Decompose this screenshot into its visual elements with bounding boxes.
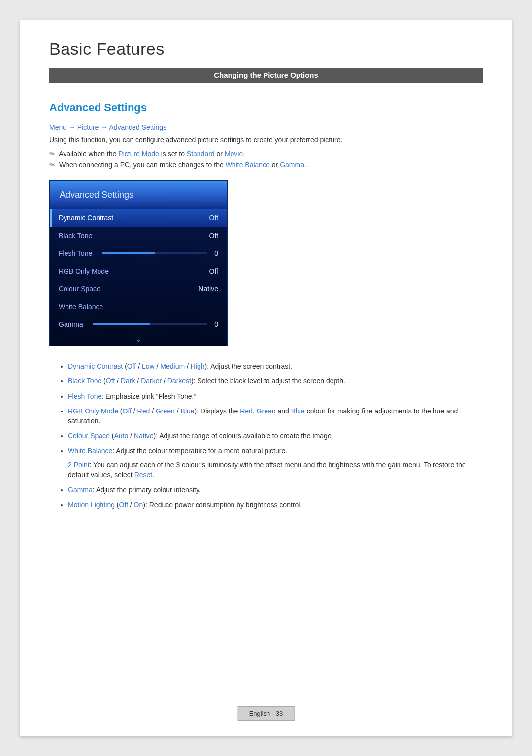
- section-heading: Advanced Settings: [49, 102, 483, 114]
- panel-row-black-tone[interactable]: Black Tone Off: [50, 227, 227, 244]
- breadcrumb-menu: Menu: [49, 123, 66, 131]
- note-strong: Picture Mode: [118, 150, 159, 158]
- note-2: ✎ When connecting a PC, you can make cha…: [49, 161, 483, 169]
- note-text: Available when the: [59, 150, 118, 158]
- row-slider[interactable]: [102, 252, 207, 254]
- note-text: When connecting a PC, you can make chang…: [59, 161, 226, 169]
- setting-name: Motion Lighting: [68, 501, 115, 509]
- row-value: Off: [209, 267, 218, 275]
- desc: : Displays the: [197, 407, 240, 415]
- opt: Green: [257, 407, 276, 415]
- row-label: White Balance: [59, 303, 103, 310]
- list-item: Black Tone (Off / Dark / Darker / Darkes…: [68, 376, 483, 386]
- panel-row-dynamic-contrast[interactable]: Dynamic Contrast Off: [50, 209, 227, 227]
- chevron-down-icon[interactable]: ⌄: [135, 335, 141, 343]
- breadcrumb-picture: Picture: [77, 123, 99, 131]
- desc: : Emphasize pink “Flesh Tone.”: [101, 392, 196, 400]
- note-strong: Movie: [225, 150, 243, 158]
- row-value: Off: [209, 232, 218, 240]
- details-list: Dynamic Contrast (Off / Low / Medium / H…: [49, 361, 483, 510]
- settings-panel: Advanced Settings Dynamic Contrast Off B…: [49, 180, 228, 346]
- breadcrumb-arrow: →: [99, 123, 109, 131]
- desc: : Adjust the screen contrast.: [207, 362, 292, 370]
- opt: Red: [240, 407, 253, 415]
- note-text: or: [215, 150, 225, 158]
- list-item: Colour Space (Auto / Native): Adjust the…: [68, 431, 483, 441]
- opt: Off: [119, 501, 128, 509]
- row-label: Dynamic Contrast: [59, 214, 113, 222]
- note-strong: Standard: [187, 150, 215, 158]
- desc: : Select the black level to adjust the s…: [194, 377, 345, 385]
- note-text: is set to: [159, 150, 187, 158]
- row-slider[interactable]: [93, 323, 207, 325]
- row-label: Black Tone: [59, 232, 92, 240]
- desc: ,: [253, 407, 257, 415]
- list-item: RGB Only Mode (Off / Red / Green / Blue)…: [68, 406, 483, 426]
- setting-name: Colour Space: [68, 432, 110, 440]
- opt: Low: [142, 362, 155, 370]
- panel-title: Advanced Settings: [50, 181, 227, 209]
- note-1: ✎ Available when the Picture Mode is set…: [49, 150, 483, 158]
- setting-name: Flesh Tone: [68, 392, 101, 400]
- opt: High: [191, 362, 205, 370]
- breadcrumb-arrow: →: [66, 123, 77, 131]
- row-label: Colour Space: [59, 285, 100, 293]
- setting-name: Gamma: [68, 486, 93, 494]
- desc: : Adjust the range of colours available …: [156, 432, 333, 440]
- panel-row-flesh-tone[interactable]: Flesh Tone 0: [50, 244, 227, 262]
- row-value: 0: [214, 249, 218, 257]
- row-label: RGB Only Mode: [59, 267, 109, 275]
- desc: : Adjust the primary colour intensity.: [93, 486, 201, 494]
- desc: and: [276, 407, 291, 415]
- opt: Native: [134, 432, 154, 440]
- sub-name: 2 Point: [68, 461, 90, 469]
- note-icon: ✎: [48, 160, 57, 169]
- opt: Darker: [141, 377, 162, 385]
- opt: Off: [123, 407, 132, 415]
- panel-row-gamma[interactable]: Gamma 0: [50, 315, 227, 333]
- list-item: White Balance: Adjust the colour tempera…: [68, 446, 483, 480]
- opt: Blue: [181, 407, 195, 415]
- page-footer: English - 33: [238, 706, 295, 721]
- note-text: .: [243, 150, 245, 158]
- note-strong: Gamma: [280, 161, 304, 169]
- row-value: Native: [199, 285, 218, 293]
- panel-row-white-balance[interactable]: White Balance: [50, 298, 227, 315]
- setting-name: RGB Only Mode: [68, 407, 118, 415]
- page: Basic Features Changing the Picture Opti…: [20, 20, 512, 736]
- opt: Reset: [134, 471, 153, 479]
- row-label: Gamma: [59, 320, 83, 328]
- panel-row-rgb-only[interactable]: RGB Only Mode Off: [50, 262, 227, 280]
- list-item: Gamma: Adjust the primary colour intensi…: [68, 485, 483, 495]
- panel-row-colour-space[interactable]: Colour Space Native: [50, 280, 227, 298]
- desc: : Reduce power consumption by brightness…: [145, 501, 302, 509]
- page-title: Basic Features: [49, 39, 483, 59]
- opt: On: [134, 501, 143, 509]
- note-strong: White Balance: [226, 161, 270, 169]
- setting-name: Dynamic Contrast: [68, 362, 123, 370]
- opt: Darkest: [167, 377, 191, 385]
- opt: Off: [127, 362, 136, 370]
- opt: Off: [106, 377, 115, 385]
- note-text: .: [304, 161, 306, 169]
- section-bar: Changing the Picture Options: [49, 68, 483, 83]
- breadcrumb-advanced: Advanced Settings: [109, 123, 166, 131]
- note-icon: ✎: [48, 149, 57, 158]
- list-item: Motion Lighting (Off / On): Reduce power…: [68, 500, 483, 510]
- desc: .: [152, 471, 154, 479]
- list-item: Flesh Tone: Emphasize pink “Flesh Tone.”: [68, 391, 483, 401]
- opt: Red: [137, 407, 150, 415]
- breadcrumb: Menu → Picture → Advanced Settings: [49, 123, 483, 131]
- list-item: Dynamic Contrast (Off / Low / Medium / H…: [68, 361, 483, 371]
- row-value: 0: [214, 320, 218, 328]
- opt: Dark: [121, 377, 135, 385]
- desc: : Adjust the colour temperature for a mo…: [112, 447, 287, 455]
- opt: Green: [156, 407, 175, 415]
- note-text: or: [270, 161, 280, 169]
- setting-name: Black Tone: [68, 377, 101, 385]
- intro-text: Using this function, you can configure a…: [49, 136, 483, 144]
- setting-name: White Balance: [68, 447, 112, 455]
- sub-desc: 2 Point: You can adjust each of the 3 co…: [68, 460, 483, 480]
- opt: Medium: [160, 362, 185, 370]
- row-value: Off: [209, 214, 218, 222]
